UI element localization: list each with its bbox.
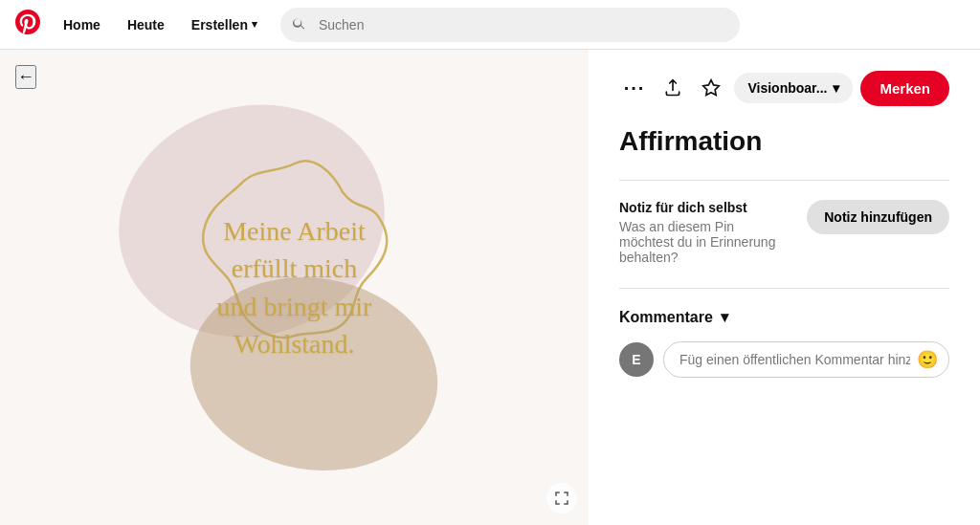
- nav-links: Home Heute Erstellen ▾: [52, 10, 269, 40]
- header: Home Heute Erstellen ▾: [0, 0, 980, 50]
- board-arrow-icon: ▾: [833, 80, 839, 96]
- add-note-button[interactable]: Notiz hinzufügen: [807, 200, 949, 234]
- nav-home[interactable]: Home: [52, 10, 112, 40]
- comments-header[interactable]: Kommentare ▾: [619, 308, 949, 326]
- zoom-icon[interactable]: [546, 483, 577, 514]
- nav-heute[interactable]: Heute: [116, 10, 176, 40]
- pin-image: Meine Arbeiterfüllt michund bringt mirWo…: [0, 50, 589, 525]
- image-panel: ← Meine Arbeiterfüllt michund bringt mir…: [0, 50, 589, 525]
- divider-2: [619, 288, 949, 289]
- comment-input[interactable]: [663, 341, 949, 378]
- star-button[interactable]: [696, 69, 726, 107]
- board-label: Visionboar...: [747, 80, 827, 96]
- affirmation-text: Meine Arbeiterfüllt michund bringt mirWo…: [217, 212, 372, 362]
- search-bar: [280, 8, 740, 42]
- affirmation-card: Meine Arbeiterfüllt michund bringt mirWo…: [94, 87, 496, 489]
- emoji-button[interactable]: 🙂: [917, 349, 938, 370]
- pinterest-logo[interactable]: [15, 10, 40, 40]
- comments-section: Kommentare ▾ E 🙂: [619, 308, 949, 378]
- comment-input-row: E 🙂: [619, 341, 949, 378]
- merken-button[interactable]: Merken: [860, 71, 949, 106]
- nav-erstellen[interactable]: Erstellen ▾: [180, 10, 269, 40]
- share-button[interactable]: [657, 69, 688, 107]
- action-bar: ··· Visionboar... ▾ Merken: [619, 69, 949, 107]
- board-selector[interactable]: Visionboar... ▾: [734, 73, 853, 103]
- note-label: Notiz für dich selbst: [619, 200, 791, 215]
- note-header: Notiz für dich selbst Was an diesem Pin …: [619, 200, 949, 265]
- back-button[interactable]: ←: [15, 65, 36, 89]
- comment-input-wrap: 🙂: [663, 341, 949, 378]
- note-text-group: Notiz für dich selbst Was an diesem Pin …: [619, 200, 791, 265]
- more-options-button[interactable]: ···: [619, 69, 650, 107]
- detail-panel: ··· Visionboar... ▾ Merken Affirmation: [589, 50, 980, 525]
- comments-chevron-icon: ▾: [721, 308, 728, 326]
- search-icon: [292, 16, 305, 33]
- note-description: Was an diesem Pin möchtest du in Erinner…: [619, 219, 791, 265]
- chevron-down-icon: ▾: [252, 18, 257, 31]
- divider-1: [619, 180, 949, 181]
- main: ← Meine Arbeiterfüllt michund bringt mir…: [0, 50, 980, 525]
- comments-label: Kommentare: [619, 309, 713, 326]
- search-input[interactable]: [280, 8, 740, 42]
- pin-title: Affirmation: [619, 126, 949, 157]
- user-avatar: E: [619, 342, 654, 377]
- note-section: Notiz für dich selbst Was an diesem Pin …: [619, 200, 949, 265]
